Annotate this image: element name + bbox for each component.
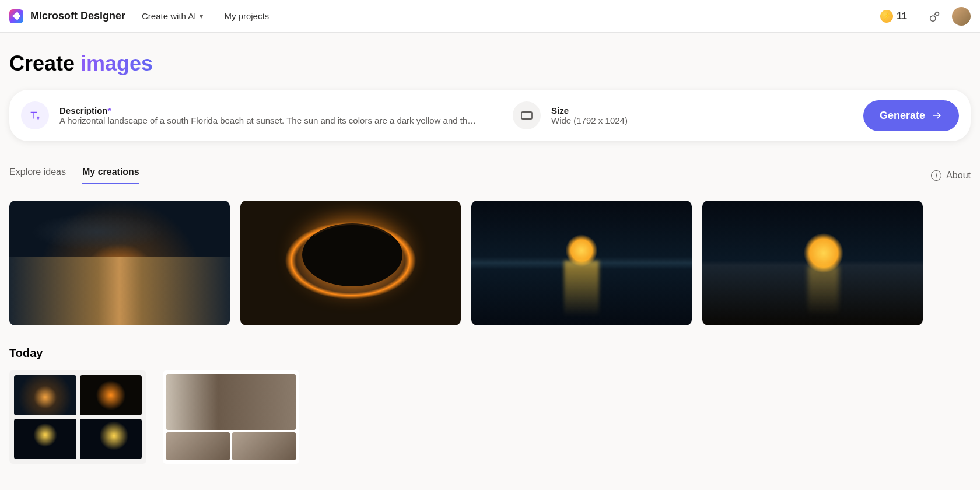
today-card-1[interactable]: [9, 370, 146, 464]
main-content: Create images Description* A horizontal …: [0, 33, 980, 464]
app-name: Microsoft Designer: [30, 10, 125, 22]
credits-value: 11: [897, 11, 907, 22]
about-link[interactable]: i About: [931, 170, 971, 181]
divider: [496, 99, 496, 132]
tabs-row: Explore ideas My creations i About: [9, 167, 971, 184]
description-label: Description*: [60, 106, 480, 116]
chevron-down-icon: ▾: [200, 12, 203, 20]
thumb: [80, 419, 142, 459]
app-logo-icon: [9, 9, 23, 23]
section-today-title: Today: [9, 346, 971, 360]
about-label: About: [946, 170, 971, 181]
info-icon: i: [931, 170, 942, 181]
thumb: [80, 375, 142, 415]
nav-create-with-ai[interactable]: Create with AI ▾: [142, 11, 203, 21]
creation-tile-2[interactable]: [240, 201, 461, 326]
description-section[interactable]: Description* A horizontal landscape of a…: [21, 102, 480, 130]
app-header: Microsoft Designer Create with AI ▾ My p…: [0, 0, 980, 33]
tab-explore-ideas[interactable]: Explore ideas: [9, 167, 66, 184]
notifications-icon[interactable]: [929, 10, 942, 23]
svg-point-1: [930, 16, 936, 21]
generate-button[interactable]: Generate: [863, 100, 959, 131]
thumb: [232, 432, 296, 460]
thumb: [166, 432, 230, 460]
required-asterisk: *: [108, 106, 111, 116]
today-card-2[interactable]: [163, 370, 299, 464]
page-title: Create images: [9, 51, 971, 76]
size-value: Wide (1792 x 1024): [551, 116, 628, 125]
text-prompt-icon: [21, 102, 49, 130]
creation-tile-1[interactable]: [9, 201, 230, 326]
thumb: [166, 374, 296, 430]
user-avatar[interactable]: [952, 7, 971, 26]
svg-point-0: [936, 12, 939, 15]
generate-button-label: Generate: [880, 110, 925, 122]
description-value: A horizontal landscape of a south Florid…: [60, 116, 480, 125]
nav-my-projects[interactable]: My projects: [224, 11, 269, 21]
size-label: Size: [551, 106, 628, 116]
coin-icon: ⚡: [880, 10, 893, 23]
size-section[interactable]: Size Wide (1792 x 1024): [513, 102, 863, 130]
svg-rect-2: [522, 112, 532, 119]
page-title-part2: images: [80, 51, 153, 75]
thumb: [14, 419, 76, 459]
arrow-right-icon: [931, 110, 943, 121]
page-title-part1: Create: [9, 51, 80, 75]
creation-tile-4[interactable]: [702, 201, 923, 326]
nav-create-with-ai-label: Create with AI: [142, 11, 196, 21]
size-icon: [513, 102, 541, 130]
prompt-bar: Description* A horizontal landscape of a…: [9, 90, 971, 141]
divider: [918, 9, 918, 23]
thumb: [14, 375, 76, 415]
today-row: [9, 370, 971, 464]
credits-counter[interactable]: ⚡ 11: [880, 10, 907, 23]
creations-gallery: [9, 201, 971, 326]
tab-my-creations[interactable]: My creations: [82, 167, 139, 184]
creation-tile-3[interactable]: [471, 201, 692, 326]
